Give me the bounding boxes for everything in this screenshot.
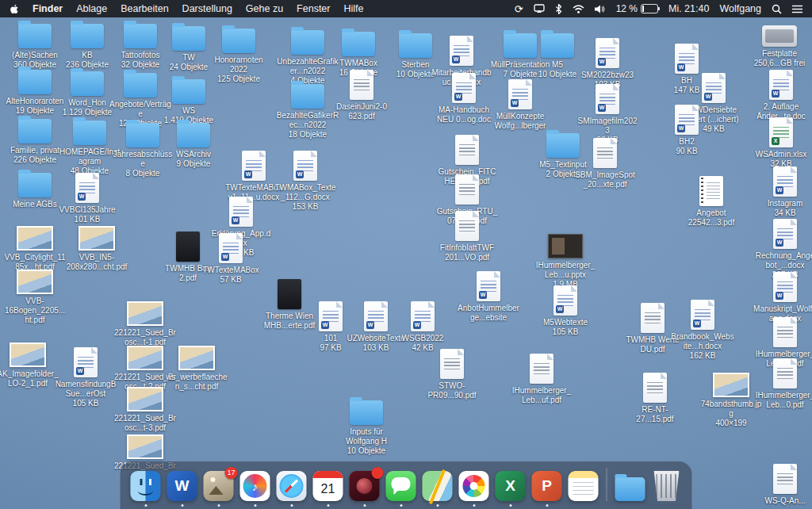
running-indicator <box>400 504 402 507</box>
desktop-icon[interactable]: WMüllKonzepte Wolfg...lberger <box>488 79 552 131</box>
desktop-icon[interactable]: ws_werbeflaechen_s...cht.pdf <box>165 346 228 392</box>
dock-item-downloads-folder[interactable] <box>615 471 645 501</box>
menu-item-fenster[interactable]: Fenster <box>297 3 330 14</box>
desktop-icon[interactable]: WTWTexteMABox57 KB <box>199 233 262 285</box>
desktop-icon[interactable]: IHummelberger_Leb...0.pdf <box>753 358 812 410</box>
icon-label: Brandbook_Website...h.docx <box>671 332 734 351</box>
dock-item-excel[interactable]: X <box>496 471 526 501</box>
pdf-icon <box>455 174 479 205</box>
wifi-icon[interactable] <box>573 5 584 13</box>
black-icon <box>176 232 200 262</box>
dock-glyph: 21 <box>313 471 343 501</box>
desktop-icon[interactable]: 221221_Sued_Brosc...t-1.pdf <box>113 301 177 347</box>
menu-item-hilfe[interactable]: Hilfe <box>344 3 364 14</box>
icon-label: RE-NT-27...15.pdf <box>623 405 687 424</box>
desktop-icon[interactable]: WMA-Handbuch NEU 0...og.doc <box>432 73 496 124</box>
dock-item-word[interactable]: W <box>167 471 197 501</box>
icon-label: Familie, privat <box>10 146 59 155</box>
desktop-icon[interactable]: STWO-PR09...90.pdf <box>420 349 484 400</box>
sync-icon[interactable]: ⟳ <box>515 3 523 15</box>
desktop-icon[interactable]: Festplatte250,6...GB frei <box>748 25 811 68</box>
desktop-icon[interactable]: VVB-16Bogen_2205...ht.pdf <box>3 270 67 325</box>
desktop-icon[interactable]: WS-Q-An... <box>753 464 812 506</box>
display-icon[interactable] <box>534 4 545 13</box>
pdf-icon <box>350 70 373 100</box>
folder-icon <box>18 173 52 197</box>
desktop-icon[interactable]: Angebot 22542...3.pdf <box>680 176 743 228</box>
pdf-icon <box>455 211 479 241</box>
desktop-icon[interactable]: VVB_Citylight_1185x...ht.pdf <box>3 226 67 272</box>
desktop-icon[interactable]: W2. Auflage Änder...te.doc <box>749 70 812 121</box>
desktop-icon[interactable]: WInstagram34 KB <box>753 166 812 218</box>
dock-item-powerpoint[interactable]: P <box>532 471 562 501</box>
icon-label: Inputs für Wolfgang H <box>335 427 398 446</box>
icon-label: Rechnung_Angebot_...docx <box>753 251 812 270</box>
desktop-icon[interactable]: DaseinJuni2-0 623.pdf <box>330 70 393 121</box>
desktop-icon[interactable]: WVVBCl135Jahre101 KB <box>56 173 119 224</box>
dock: W17♪21XP <box>121 461 692 509</box>
doc-icon: W <box>508 79 532 109</box>
desktop-icon[interactable]: RE-NT-27...15.pdf <box>623 373 687 424</box>
desktop-icon[interactable]: WTWMABox_Texte_112...G.docx153 KB <box>274 151 337 212</box>
desktop-icon[interactable]: FitInfoblattTWF 201...VO.pdf <box>435 211 499 262</box>
desktop-icon[interactable]: WSM2022bzw23103 KB <box>576 38 639 90</box>
xlsx-icon: X <box>769 117 793 147</box>
dock-item-maps[interactable] <box>423 471 453 501</box>
desktop-icon[interactable]: WWSGB202242 KB <box>391 301 454 353</box>
dock-glyph: P <box>532 471 562 501</box>
battery-indicator[interactable]: 12 % <box>616 3 658 14</box>
dock-item-finder[interactable] <box>131 471 161 501</box>
running-indicator <box>546 504 548 507</box>
battery-percent: 12 % <box>616 3 638 14</box>
dock-item-photo-booth[interactable] <box>350 471 380 501</box>
desktop-icon[interactable]: WS1.419 Objekte <box>157 79 220 125</box>
dock-item-trash[interactable] <box>652 471 682 501</box>
menu-item-ablage[interactable]: Ablage <box>76 3 107 14</box>
desktop-icon[interactable]: VVB_IN5-208x280...cht.pdf <box>65 226 128 272</box>
desktop-icon[interactable]: Familie, privat226 Objekte <box>3 119 67 165</box>
docx-icon: W <box>450 36 473 66</box>
desktop-icon[interactable]: Inputs für Wolfgang H10 Objekte <box>335 400 398 456</box>
notification-center-icon[interactable] <box>792 5 802 13</box>
desktop-icon[interactable]: WBH290 KB <box>655 105 718 156</box>
menu-item-finder[interactable]: Finder <box>33 3 63 14</box>
search-icon[interactable] <box>772 4 782 14</box>
bluetooth-icon[interactable] <box>555 4 562 14</box>
desktop-icon[interactable]: WM5Webtexte105 KB <box>534 285 597 337</box>
desktop-icon[interactable]: 221221_Sued_Brosc...t-3.pdf <box>113 387 177 433</box>
desktop-icon[interactable]: Honorarnoten 2022125 Objekte <box>207 29 270 84</box>
dock-item-itunes[interactable]: ♪ <box>240 471 270 501</box>
pdf-icon <box>773 317 797 347</box>
menu-item-bearbeiten[interactable]: Bearbeiten <box>121 3 168 14</box>
folder-icon <box>124 24 157 48</box>
dock-item-preview[interactable]: 17 <box>204 471 234 501</box>
desktop-icon[interactable]: IHummelberger_Leb...uf.pdf <box>510 354 573 405</box>
dock-item-calendar[interactable]: 21 <box>313 471 343 501</box>
dock-item-safari[interactable] <box>277 471 307 501</box>
dock-item-messages[interactable] <box>386 471 416 501</box>
desktop-icon[interactable]: XWSAdmin.xlsx32 KB <box>749 117 812 169</box>
desktop-icon[interactable]: AK_Imagefolder_LO-2_1.pdf <box>0 343 59 388</box>
dock-item-photos[interactable] <box>459 471 489 501</box>
dock-item-notes[interactable] <box>569 471 599 501</box>
pdf-icon <box>455 135 479 165</box>
icon-label: WSGB2022 <box>402 334 444 343</box>
folder-icon <box>71 71 104 96</box>
desktop-icon[interactable]: IHummelberger_Leb...u.pptx1,9 MB <box>534 234 597 289</box>
menu-item-darstellung[interactable]: Darstellung <box>182 3 232 14</box>
icon-label: VVB-16Bogen_2205...ht.pdf <box>3 297 67 325</box>
desktop-icon[interactable]: SBM_ImageSpot_20...xte.pdf <box>573 138 637 189</box>
folder-icon <box>177 123 210 147</box>
note-icon <box>699 176 723 206</box>
desktop-icon[interactable]: WNamensfindungBSue...erOst105 KB <box>54 347 117 408</box>
desktop-icon[interactable]: WBrandbook_Website...h.docx162 KB <box>671 300 734 361</box>
desktop-icon[interactable]: WSArchiv9 Objekte <box>162 123 225 169</box>
volume-icon[interactable] <box>595 5 606 13</box>
menu-item-gehe-zu[interactable]: Gehe zu <box>246 3 283 14</box>
icon-label: NamensfindungBSue...erOst <box>54 380 117 399</box>
apple-menu[interactable] <box>10 3 20 15</box>
menu-clock[interactable]: Mi. 21:40 <box>668 3 709 14</box>
menu-user[interactable]: Wolfgang <box>719 3 761 14</box>
desktop-icon[interactable]: WAnbotHummelberge...ebsite <box>457 271 520 323</box>
desktop-icon[interactable]: WRechnung_Angebot_...docx287 KB <box>753 219 812 280</box>
